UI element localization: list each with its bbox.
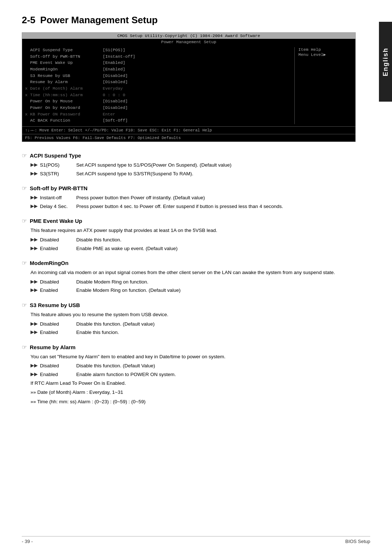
- section-body: ▶▶S1(POS)Set ACPI suspend type to S1/POS…: [22, 161, 356, 177]
- option-desc: Press power button then Power off instan…: [76, 194, 356, 202]
- section-title: ModemRingOn: [30, 260, 69, 266]
- option-label: Delay 4 Sec.: [40, 203, 76, 211]
- option-row: ▶▶DisabledDisable this function. (Defaul…: [30, 362, 356, 370]
- footer-right: BIOS Setup: [345, 539, 370, 544]
- option-label: S3(STR): [40, 170, 76, 178]
- section-body: This feature allows you to resume the sy…: [22, 311, 356, 336]
- section-body: This feature requires an ATX power suppl…: [22, 227, 356, 252]
- bios-row-label: Power On by Keyboard: [30, 105, 103, 111]
- bios-row-value: [Disabled]: [103, 73, 128, 79]
- option-row: ▶▶S1(POS)Set ACPI suspend type to S1/POS…: [30, 161, 356, 169]
- bios-title-line2: Power Management Setup: [22, 39, 355, 45]
- section-icon: ☞: [22, 344, 27, 351]
- section-title: Soft-off by PWR-BTTN: [30, 185, 87, 191]
- section-icon: ☞: [22, 217, 27, 224]
- bios-row-value: [Disabled]: [103, 98, 128, 105]
- bios-row-value: [Enabled]: [103, 60, 125, 66]
- section-body-text: An incoming call via modem or an input s…: [30, 269, 356, 277]
- bios-right-panel: Item Help Menu Level▶: [294, 47, 352, 124]
- option-row: ▶▶DisabledDisable this function.: [30, 236, 356, 244]
- section-title: ACPI Suspend Type: [30, 152, 81, 159]
- page-number: - 39 -: [22, 539, 33, 544]
- option-arrow-icon: ▶▶: [30, 371, 38, 378]
- option-desc: Disable this function.: [76, 236, 356, 244]
- bios-footer-keys2: F5: Previous Values F6: Fail-Save Defaul…: [25, 136, 181, 140]
- bios-row-label: ACPI Suspend Type: [30, 47, 103, 53]
- item-help-title: Item Help: [298, 47, 352, 52]
- option-arrow-icon: ▶▶: [30, 203, 38, 210]
- bios-row-value: [Disabled]: [103, 105, 128, 111]
- section-header: ☞ACPI Suspend Type: [22, 152, 356, 159]
- section-icon: ☞: [22, 152, 27, 159]
- bios-row-value: [Instant-off]: [103, 54, 135, 60]
- bios-row: ModemRingOn[Enabled]: [25, 66, 294, 73]
- option-label: S1(POS): [40, 161, 76, 169]
- bios-row-label: AC BACK Function: [30, 118, 103, 124]
- bios-title-line1: CMOS Setup Utility-Copyright (C) 1984-20…: [22, 33, 355, 39]
- option-desc: Disable this function. (Default Value): [76, 362, 356, 370]
- option-label: Enabled: [40, 328, 76, 336]
- option-row: ▶▶S3(STR)Set ACPI suspend type to S3/STR…: [30, 170, 356, 178]
- option-arrow-icon: ▶▶: [30, 161, 38, 169]
- section-title: Resume by Alarm: [30, 344, 75, 350]
- option-row: ▶▶EnabledEnable Modem Ring on function. …: [30, 286, 356, 294]
- bios-row-value: [Disabled]: [103, 79, 128, 85]
- bios-row: ACPI Suspend Type[S1(POS)]: [25, 47, 294, 53]
- option-label: Enabled: [40, 371, 76, 379]
- option-label: Enabled: [40, 286, 76, 294]
- option-row: ▶▶DisabledDisable this function. (Defaul…: [30, 320, 356, 328]
- bios-row-value: [S1(POS)]: [103, 47, 125, 53]
- section-modemringon: ☞ModemRingOnAn incoming call via modem o…: [22, 260, 356, 294]
- option-row: ▶▶EnabledEnable alarm function to POWER …: [30, 371, 356, 379]
- bios-screenshot: CMOS Setup Utility-Copyright (C) 1984-20…: [22, 32, 356, 142]
- page-title-number: 2-5: [22, 15, 36, 25]
- section-icon: ☞: [22, 185, 27, 192]
- section-header: ☞PME Event Wake Up: [22, 217, 356, 224]
- option-label: Disabled: [40, 278, 76, 286]
- option-arrow-icon: ▶▶: [30, 194, 38, 201]
- bios-row: xDate (of Month) AlarmEveryday: [25, 86, 294, 92]
- bios-row-label: S3 Resume by USB: [30, 73, 103, 79]
- section-icon: ☞: [22, 302, 27, 309]
- section-header: ☞ModemRingOn: [22, 260, 356, 266]
- option-desc: Enable alarm function to POWER ON system…: [76, 371, 356, 379]
- item-help-sub: Menu Level▶: [298, 52, 352, 57]
- bios-row-label: ModemRingOn: [30, 66, 103, 73]
- bios-row-label: Time (hh:mm:ss) Alarm: [30, 92, 103, 98]
- section-body: An incoming call via modem or an input s…: [22, 269, 356, 294]
- section-body-text: This feature requires an ATX power suppl…: [30, 227, 356, 234]
- page-title-text: Power Management Setup: [40, 15, 158, 25]
- bios-inner: ACPI Suspend Type[S1(POS)] Soft-Off by P…: [22, 45, 355, 126]
- bios-row-label: Soft-Off by PWR-BTTN: [30, 54, 103, 60]
- section-extra-line-1: »» Date (of Month) Alarm : Everyday, 1~3…: [30, 388, 356, 396]
- section-extra-line-0: If RTC Alarm Lead To Power On is Enabled…: [30, 379, 356, 387]
- bios-row: xTime (hh:mm:ss) Alarm0 : 0 : 0: [25, 92, 294, 98]
- option-row: ▶▶Instant-offPress power button then Pow…: [30, 194, 356, 202]
- option-desc: Enable Modem Ring on function. (Default …: [76, 286, 356, 294]
- option-desc: Set ACPI suspend type to S3/STR(Suspend …: [76, 170, 356, 178]
- bios-row-value: Enter: [103, 111, 115, 118]
- section-header: ☞Resume by Alarm: [22, 344, 356, 351]
- option-row: ▶▶Delay 4 Sec.Press power button 4 sec. …: [30, 203, 356, 211]
- bios-row: PME Event Wake Up[Enabled]: [25, 60, 294, 66]
- bios-row: AC BACK Function[Soft-Off]: [25, 118, 294, 124]
- option-label: Disabled: [40, 320, 76, 328]
- section-pme-event-wake-up: ☞PME Event Wake UpThis feature requires …: [22, 217, 356, 252]
- bios-row-value: [Enabled]: [103, 66, 125, 73]
- main-content: 2-5 Power Management Setup CMOS Setup Ut…: [22, 15, 370, 405]
- bios-footer: ↑↓→←: Move Enter: Select +/-/PU/PD: Valu…: [22, 126, 355, 134]
- bios-row: Power On by Keyboard[Disabled]: [25, 105, 294, 111]
- bios-row-label: Date (of Month) Alarm: [30, 86, 103, 92]
- option-label: Disabled: [40, 236, 76, 244]
- bios-row-prefix: x: [25, 111, 30, 118]
- page-footer: - 39 - BIOS Setup: [22, 536, 370, 544]
- bios-row-value: [Soft-Off]: [103, 118, 128, 124]
- option-row: ▶▶EnabledEnable PME as wake up event. (D…: [30, 245, 356, 253]
- option-arrow-icon: ▶▶: [30, 245, 38, 252]
- option-arrow-icon: ▶▶: [30, 320, 38, 328]
- bios-row-label: PME Event Wake Up: [30, 60, 103, 66]
- section-body: You can set "Resume by Alarm" item to en…: [22, 353, 356, 406]
- option-desc: Set ACPI suspend type to S1/POS(Power On…: [76, 161, 356, 169]
- bios-row: S3 Resume by USB[Disabled]: [25, 73, 294, 79]
- section-title: PME Event Wake Up: [30, 218, 82, 224]
